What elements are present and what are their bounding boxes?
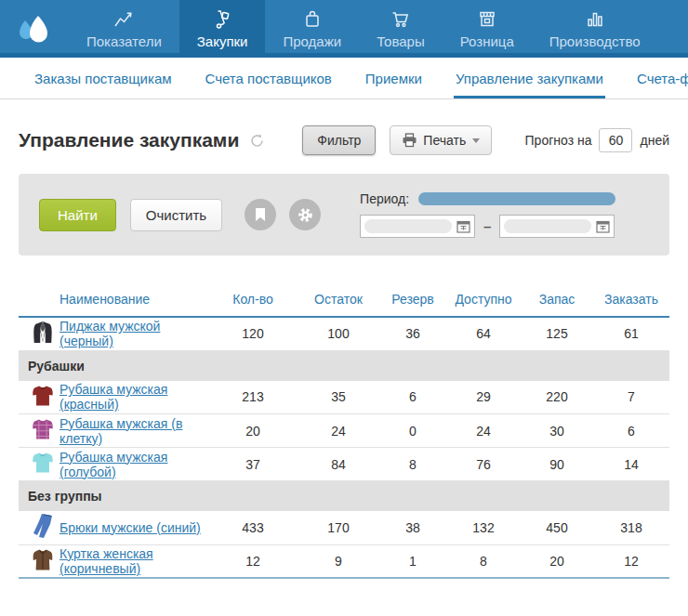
group-label: Рубашки bbox=[19, 350, 669, 381]
period-range-slider[interactable] bbox=[418, 192, 615, 205]
calendar-icon[interactable] bbox=[596, 220, 610, 233]
nav-item-prodazhi[interactable]: Продажи bbox=[265, 0, 359, 58]
gear-icon bbox=[297, 206, 314, 224]
cell-qty: 37 bbox=[208, 448, 298, 481]
date-to-value bbox=[504, 219, 591, 233]
product-thumb-pants bbox=[33, 513, 53, 539]
forecast-prefix-label: Прогноз на bbox=[525, 133, 592, 148]
product-link[interactable]: Пиджак мужской (черный) bbox=[60, 319, 160, 348]
shopping-bag-icon bbox=[301, 7, 324, 31]
clear-button[interactable]: Очистить bbox=[130, 199, 222, 231]
storefront-icon bbox=[476, 7, 498, 31]
filter-panel: Найти Очистить Период: – bbox=[19, 174, 669, 256]
product-link[interactable]: Рубашка мужская (голубой) bbox=[60, 450, 167, 479]
nav-item-zakupki[interactable]: Закупки bbox=[179, 0, 266, 58]
nav-label: Закупки bbox=[197, 33, 248, 49]
nav-item-tovary[interactable]: Товары bbox=[359, 0, 443, 58]
caret-down-icon bbox=[472, 138, 480, 143]
column-header-available[interactable]: Доступно bbox=[446, 286, 521, 317]
forecast-days-input[interactable] bbox=[599, 128, 632, 152]
forecast-group: Прогноз на дней bbox=[525, 128, 669, 152]
cell-reserve: 1 bbox=[379, 544, 446, 578]
column-header-reserve[interactable]: Резерв bbox=[379, 286, 446, 317]
tab-upravlenie-zakupkami[interactable]: Управление закупками bbox=[456, 58, 603, 98]
column-header-qty[interactable]: Кол-во bbox=[208, 286, 298, 317]
date-range-dash: – bbox=[483, 218, 491, 234]
table-row[interactable]: Брюки мужские (синий) 433 170 38 132 450… bbox=[19, 511, 669, 544]
calendar-icon[interactable] bbox=[456, 220, 470, 233]
line-chart-icon bbox=[112, 7, 135, 31]
product-link[interactable]: Рубашка мужская (в клетку) bbox=[60, 416, 182, 446]
product-thumb-coat bbox=[32, 547, 54, 572]
date-to-input[interactable] bbox=[499, 215, 615, 238]
cell-stock: 9 bbox=[298, 544, 379, 578]
column-header-order[interactable]: Заказать bbox=[593, 286, 669, 317]
nav-item-proizvodstvo[interactable]: Производство bbox=[532, 0, 658, 58]
printer-icon bbox=[402, 133, 417, 148]
period-label: Период: bbox=[360, 191, 409, 206]
filter-button[interactable]: Фильтр bbox=[302, 125, 376, 155]
cell-stock: 100 bbox=[298, 317, 379, 350]
cell-stock: 84 bbox=[298, 448, 379, 481]
cell-supply: 220 bbox=[521, 381, 593, 414]
cell-reserve: 38 bbox=[379, 511, 446, 544]
tab-priemki[interactable]: Приемки bbox=[365, 58, 422, 98]
cell-order: 7 bbox=[593, 381, 669, 414]
cell-qty: 12 bbox=[208, 544, 298, 578]
nav-item-pokazateli[interactable]: Показатели bbox=[69, 0, 179, 58]
group-row[interactable]: Без группы bbox=[19, 481, 669, 512]
tab-scheta-faktury[interactable]: Счета-фактуры пол bbox=[637, 58, 688, 98]
product-thumb-shirt bbox=[32, 451, 54, 475]
bookmark-button[interactable] bbox=[245, 199, 276, 230]
group-label: Без группы bbox=[19, 481, 669, 512]
product-link[interactable]: Рубашка мужская (красный) bbox=[60, 382, 167, 412]
column-header-stock[interactable]: Остаток bbox=[298, 286, 379, 317]
cell-available: 132 bbox=[446, 511, 521, 544]
product-thumb-shirt bbox=[32, 384, 54, 408]
column-header-name[interactable]: Наименование bbox=[60, 286, 208, 317]
column-header-supply[interactable]: Запас bbox=[521, 286, 593, 317]
cell-order: 61 bbox=[593, 317, 669, 350]
cell-reserve: 0 bbox=[379, 414, 446, 448]
nav-item-roznitsa[interactable]: Розница bbox=[443, 0, 532, 58]
cell-available: 29 bbox=[446, 381, 521, 414]
cell-order: 318 bbox=[593, 511, 669, 544]
date-from-input[interactable] bbox=[360, 215, 475, 238]
settings-button[interactable] bbox=[289, 199, 321, 230]
column-header-empty bbox=[19, 286, 60, 317]
cell-available: 64 bbox=[446, 317, 521, 350]
cell-qty: 20 bbox=[208, 414, 298, 448]
cell-reserve: 6 bbox=[379, 381, 446, 414]
page-title: Управление закупками bbox=[19, 129, 239, 151]
product-thumb-shirt-plaid bbox=[32, 417, 54, 441]
title-row: Управление закупками Фильтр Печать Прогн… bbox=[19, 125, 669, 155]
table-row[interactable]: Рубашка мужская (в клетку) 20 24 0 24 30… bbox=[19, 414, 669, 448]
print-button[interactable]: Печать bbox=[390, 125, 492, 155]
forecast-suffix-label: дней bbox=[640, 133, 669, 148]
tab-scheta-postavshchikov[interactable]: Счета поставщиков bbox=[205, 58, 332, 98]
table-row[interactable]: Рубашка мужская (красный) 213 35 6 29 22… bbox=[19, 381, 669, 414]
product-link[interactable]: Брюки мужские (синий) bbox=[60, 520, 201, 535]
find-button[interactable]: Найти bbox=[39, 199, 116, 231]
tab-zakazy-postavshchikam[interactable]: Заказы поставщикам bbox=[34, 58, 172, 98]
cell-order: 6 bbox=[593, 414, 669, 448]
app-logo[interactable] bbox=[0, 0, 69, 58]
group-row[interactable]: Рубашки bbox=[19, 350, 669, 381]
cell-stock: 24 bbox=[298, 414, 379, 448]
product-link[interactable]: Куртка женская (коричневый) bbox=[60, 546, 153, 576]
print-label: Печать bbox=[423, 133, 466, 148]
table-row[interactable]: Рубашка мужская (голубой) 37 84 8 76 90 … bbox=[19, 448, 669, 481]
cell-qty: 120 bbox=[208, 317, 298, 350]
bookmark-icon bbox=[254, 207, 267, 222]
bar-chart-icon bbox=[584, 7, 606, 31]
cell-reserve: 8 bbox=[379, 448, 446, 481]
table-row[interactable]: Куртка женская (коричневый) 12 9 1 8 20 … bbox=[19, 544, 669, 578]
cell-supply: 90 bbox=[521, 448, 593, 481]
date-from-value bbox=[364, 219, 452, 233]
refresh-icon[interactable] bbox=[249, 133, 265, 149]
cell-available: 76 bbox=[446, 448, 521, 481]
table-row[interactable]: Пиджак мужской (черный) 120 100 36 64 12… bbox=[19, 317, 669, 350]
nav-label: Товары bbox=[377, 33, 425, 49]
nav-label: Производство bbox=[549, 33, 641, 49]
cell-stock: 170 bbox=[298, 511, 379, 544]
